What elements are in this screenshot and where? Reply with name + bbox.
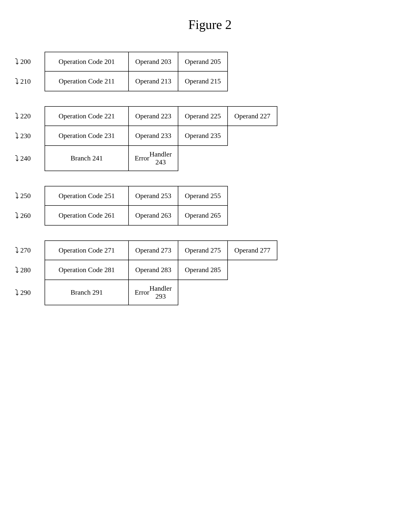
operand-cell: Operand 277	[228, 240, 277, 260]
operand-cell: Operand 227	[228, 106, 277, 126]
row-label: ⤵210	[15, 77, 31, 85]
operand-cell: Operand 203	[129, 52, 178, 72]
curve-icon: ⤵	[15, 266, 19, 274]
cell-text: Operand 203	[135, 58, 171, 66]
cell-text: Operation Code 201	[58, 58, 115, 66]
instruction-group-3: ⤵250Operation Code 251Operand 253Operand…	[45, 186, 400, 226]
cell-text: Branch 241	[71, 154, 103, 162]
instruction-row: ⤵200Operation Code 201Operand 203Operand…	[45, 52, 400, 72]
cell-text: Operand 213	[135, 77, 171, 85]
cell-text: Operand 277	[234, 246, 270, 254]
opcode-cell: Operation Code 251	[45, 186, 129, 206]
operand-cell: Operand 233	[129, 126, 178, 146]
row-label: ⤵220	[15, 112, 31, 120]
operand-cell: Operand 205	[178, 52, 228, 72]
curve-icon: ⤵	[15, 289, 19, 297]
row-label: ⤵290	[15, 289, 31, 297]
cell-text: Operand 285	[185, 266, 221, 274]
operand-cell: Operand 265	[178, 206, 228, 226]
cell-text-line: Handler 293	[149, 284, 172, 300]
row-label: ⤵200	[15, 58, 31, 66]
cell-text-line: Error	[135, 288, 149, 296]
row-label: ⤵270	[15, 246, 31, 254]
operand-cell: Operand 285	[178, 260, 228, 280]
instruction-row: ⤵280Operation Code 281Operand 283Operand…	[45, 260, 400, 280]
operand-cell: Operand 235	[178, 126, 228, 146]
curve-icon: ⤵	[15, 112, 19, 120]
operand-cell: Operand 253	[129, 186, 178, 206]
cell-text: Operand 263	[135, 211, 171, 219]
instruction-row: ⤵240Branch 241ErrorHandler 243	[45, 146, 400, 171]
cell-text: Operation Code 211	[59, 77, 115, 85]
cell-text: Operand 215	[185, 77, 221, 85]
cell-text: Operand 253	[135, 192, 171, 200]
instruction-row: ⤵290Branch 291ErrorHandler 293	[45, 280, 400, 305]
cell-text: Operation Code 231	[58, 132, 115, 140]
label-text: 240	[20, 154, 31, 162]
label-text: 210	[20, 77, 31, 85]
cell-text: Operation Code 281	[58, 266, 115, 274]
opcode-cell: Branch 241	[45, 146, 129, 171]
opcode-cell: Operation Code 201	[45, 52, 129, 72]
opcode-cell: Operation Code 261	[45, 206, 129, 226]
operand-cell: Operand 213	[129, 72, 178, 91]
instruction-row: ⤵260Operation Code 261Operand 263Operand…	[45, 206, 400, 226]
label-text: 260	[20, 212, 31, 220]
label-text: 220	[20, 112, 31, 120]
instruction-row: ⤵250Operation Code 251Operand 253Operand…	[45, 186, 400, 206]
cell-text: Operand 275	[185, 246, 221, 254]
operand-cell: ErrorHandler 243	[129, 146, 178, 171]
diagram-area: ⤵200Operation Code 201Operand 203Operand…	[20, 52, 400, 305]
cell-text: Operand 227	[234, 112, 270, 120]
curve-icon: ⤵	[15, 212, 19, 220]
operand-cell: Operand 255	[178, 186, 228, 206]
label-text: 250	[20, 192, 31, 200]
cell-text: Operation Code 271	[58, 246, 115, 254]
page-title: Figure 2	[20, 17, 400, 32]
operand-cell: ErrorHandler 293	[129, 280, 178, 305]
instruction-row: ⤵230Operation Code 231Operand 233Operand…	[45, 126, 400, 146]
cell-text: Operation Code 221	[58, 112, 115, 120]
instruction-group-2: ⤵220Operation Code 221Operand 223Operand…	[45, 106, 400, 171]
curve-icon: ⤵	[15, 77, 19, 85]
curve-icon: ⤵	[15, 132, 19, 140]
label-text: 200	[20, 58, 31, 66]
curve-icon: ⤵	[15, 58, 19, 66]
label-text: 280	[20, 266, 31, 274]
row-label: ⤵240	[15, 154, 31, 162]
operand-cell: Operand 283	[129, 260, 178, 280]
operand-cell: Operand 273	[129, 240, 178, 260]
curve-icon: ⤵	[15, 246, 19, 254]
cell-text: Operand 223	[135, 112, 171, 120]
instruction-row: ⤵270Operation Code 271Operand 273Operand…	[45, 240, 400, 260]
curve-icon: ⤵	[15, 192, 19, 200]
curve-icon: ⤵	[15, 154, 19, 162]
opcode-cell: Operation Code 271	[45, 240, 129, 260]
operand-cell: Operand 223	[129, 106, 178, 126]
cell-text: Operation Code 261	[58, 211, 115, 219]
row-label: ⤵280	[15, 266, 31, 274]
cell-text: Operand 283	[135, 266, 171, 274]
cell-text-line: Handler 243	[149, 150, 172, 166]
cell-text-line: Error	[135, 154, 149, 162]
opcode-cell: Branch 291	[45, 280, 129, 305]
label-text: 230	[20, 132, 31, 140]
row-label: ⤵250	[15, 192, 31, 200]
instruction-group-4: ⤵270Operation Code 271Operand 273Operand…	[45, 240, 400, 305]
opcode-cell: Operation Code 231	[45, 126, 129, 146]
cell-text: Operand 273	[135, 246, 171, 254]
cell-text: Operand 205	[185, 58, 221, 66]
opcode-cell: Operation Code 211	[45, 72, 129, 91]
cell-text: Operand 233	[135, 132, 171, 140]
instruction-row: ⤵220Operation Code 221Operand 223Operand…	[45, 106, 400, 126]
cell-text: Operand 255	[185, 192, 221, 200]
opcode-cell: Operation Code 221	[45, 106, 129, 126]
operand-cell: Operand 225	[178, 106, 228, 126]
instruction-group-1: ⤵200Operation Code 201Operand 203Operand…	[45, 52, 400, 91]
cell-text: Operand 235	[185, 132, 221, 140]
cell-text: Operand 225	[185, 112, 221, 120]
row-label: ⤵260	[15, 212, 31, 220]
operand-cell: Operand 275	[178, 240, 228, 260]
cell-text: Branch 291	[71, 288, 103, 296]
label-text: 270	[20, 246, 31, 254]
